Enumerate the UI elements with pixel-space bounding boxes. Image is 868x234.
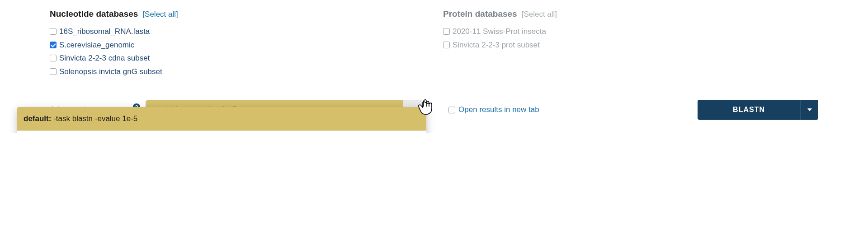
option-name: default:	[24, 114, 51, 123]
nucleotide-heading: Nucleotide databases [Select all]	[50, 9, 425, 21]
db-label: 16S_ribosomal_RNA.fasta	[59, 26, 150, 37]
protein-item: 2020-11 Swiss-Prot insecta	[443, 25, 818, 38]
nucleotide-title: Nucleotide databases	[50, 9, 138, 19]
db-label: Solenopsis invicta gnG subset	[59, 66, 162, 78]
dropdown-option-default[interactable]: default: -task blastn -evalue 1e-5	[17, 107, 426, 131]
open-new-tab-option[interactable]: Open results in new tab	[448, 105, 539, 114]
nucleotide-item[interactable]: 16S_ribosomal_RNA.fasta	[50, 25, 425, 38]
checkbox-icon[interactable]	[50, 42, 57, 48]
checkbox-icon[interactable]	[50, 55, 57, 61]
protein-heading: Protein databases [Select all]	[443, 9, 818, 21]
open-new-tab-label: Open results in new tab	[458, 105, 539, 114]
nucleotide-select-all[interactable]: [Select all]	[142, 10, 178, 19]
option-value: -task blastn -evalue 1e-5	[53, 114, 137, 123]
nucleotide-item[interactable]: Sinvicta 2-2-3 cdna subset	[50, 51, 425, 65]
advanced-parameters-dropdown: default: -task blastn -evalue 1e-5 oligo…	[17, 107, 426, 133]
protein-item: Sinvicta 2-2-3 prot subset	[443, 38, 818, 52]
nucleotide-databases-section: Nucleotide databases [Select all] 16S_ri…	[50, 9, 425, 78]
protein-databases-section: Protein databases [Select all] 2020-11 S…	[443, 9, 818, 78]
blast-button-group: BLASTN	[698, 100, 818, 120]
db-label: Sinvicta 2-2-3 prot subset	[453, 39, 540, 51]
blast-dropdown-toggle[interactable]	[800, 100, 818, 120]
nucleotide-item[interactable]: Solenopsis invicta gnG subset	[50, 65, 425, 79]
checkbox-icon	[443, 28, 450, 35]
checkbox-icon[interactable]	[50, 68, 57, 75]
checkbox-icon[interactable]	[50, 28, 57, 35]
nucleotide-item[interactable]: S.cerevisiae_genomic	[50, 38, 425, 52]
nucleotide-list: 16S_ribosomal_RNA.fasta S.cerevisiae_gen…	[50, 25, 425, 78]
db-label: S.cerevisiae_genomic	[59, 39, 134, 51]
dropdown-option-oligos[interactable]: oligos: -task blastn-short -dust no -sof…	[17, 131, 426, 133]
blast-button[interactable]: BLASTN	[698, 100, 800, 120]
db-label: 2020-11 Swiss-Prot insecta	[453, 26, 546, 37]
protein-list: 2020-11 Swiss-Prot insecta Sinvicta 2-2-…	[443, 25, 818, 51]
protein-title: Protein databases	[443, 9, 517, 19]
checkbox-icon[interactable]	[448, 107, 455, 113]
db-label: Sinvicta 2-2-3 cdna subset	[59, 52, 150, 64]
protein-select-all: [Select all]	[522, 10, 557, 19]
checkbox-icon	[443, 42, 450, 48]
chevron-down-icon	[807, 108, 812, 111]
